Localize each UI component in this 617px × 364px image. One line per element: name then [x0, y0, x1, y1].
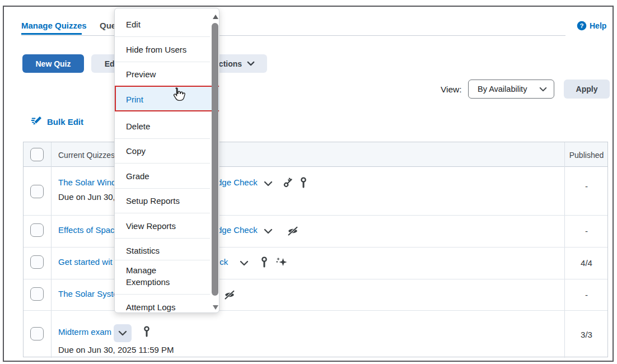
quiz-link-continued[interactable]: dge Check	[217, 178, 258, 187]
key-icon	[282, 176, 295, 189]
bulk-edit-pencil-icon	[31, 116, 43, 127]
menu-item-attempt-logs[interactable]: Attempt Logs	[126, 301, 198, 313]
new-quiz-button[interactable]: New Quiz	[22, 54, 84, 73]
chevron-down-icon[interactable]	[240, 260, 249, 266]
row-divider	[24, 215, 607, 216]
row-checkbox[interactable]	[30, 327, 44, 340]
column-divider	[51, 142, 52, 358]
svg-text:?: ?	[579, 22, 583, 29]
chevron-down-icon	[539, 87, 547, 92]
select-all-checkbox[interactable]	[30, 148, 44, 161]
column-header-published: Published	[564, 151, 609, 160]
bulk-edit-link[interactable]: Bulk Edit	[31, 116, 83, 127]
row-checkbox[interactable]	[30, 287, 44, 301]
chevron-down-icon[interactable]	[264, 228, 273, 234]
chevron-down-icon	[247, 61, 255, 66]
published-value: 3/3	[564, 330, 609, 339]
tab-divider	[21, 35, 565, 36]
password-key-icon	[260, 256, 269, 268]
published-value: 4/4	[564, 258, 609, 268]
quiz-actions-dropdown-open[interactable]	[114, 324, 132, 342]
bulk-edit-label: Bulk Edit	[47, 117, 83, 127]
menu-divider	[115, 163, 210, 164]
scrollbar-up-arrow[interactable]	[213, 15, 218, 19]
due-date: Due on Jun 30,	[58, 192, 115, 202]
row-divider	[24, 310, 607, 311]
row-checkbox[interactable]	[30, 185, 44, 198]
apply-button[interactable]: Apply	[564, 80, 610, 99]
menu-divider	[115, 294, 210, 295]
menu-item-setup-reports[interactable]: Setup Reports	[126, 195, 198, 207]
quiz-link-continued[interactable]: dge Check	[217, 225, 258, 235]
help-label: Help	[590, 21, 606, 30]
column-header-quizzes: Current Quizzes	[58, 151, 115, 160]
scrollbar-thumb[interactable]	[212, 23, 218, 296]
menu-divider	[115, 138, 210, 139]
quiz-link[interactable]: The Solar Syste	[58, 289, 118, 298]
chevron-down-icon[interactable]	[264, 181, 273, 186]
quiz-link[interactable]: Effects of Space	[58, 225, 119, 235]
quiz-link[interactable]: The Solar Wind	[58, 178, 116, 187]
menu-divider	[115, 238, 210, 239]
quiz-context-menu: Edit Hide from Users Preview Print Delet…	[114, 8, 219, 313]
menu-item-print[interactable]: Print	[126, 94, 198, 105]
column-divider	[564, 142, 565, 358]
help-link[interactable]: ? Help	[577, 21, 606, 31]
menu-divider	[115, 188, 210, 189]
chevron-down-icon	[118, 330, 127, 336]
password-key-icon	[142, 325, 151, 338]
menu-item-manage-exemptions[interactable]: Manage Exemptions	[126, 264, 185, 288]
menu-item-view-reports[interactable]: View Reports	[126, 220, 198, 232]
view-select[interactable]: By Availability	[468, 80, 554, 99]
quiz-link[interactable]: Get started wit	[58, 257, 113, 267]
menu-item-grade[interactable]: Grade	[126, 170, 198, 182]
menu-item-statistics[interactable]: Statistics	[126, 245, 198, 256]
sparkle-icon	[275, 256, 288, 268]
published-value: -	[564, 181, 609, 191]
menu-item-preview[interactable]: Preview	[126, 68, 198, 80]
manage-quizzes-page: Manage Quizzes Question Library ? Help N…	[0, 0, 617, 364]
tab-manage-quizzes[interactable]: Manage Quizzes	[21, 21, 87, 30]
view-select-value: By Availability	[478, 85, 539, 94]
menu-divider	[115, 36, 210, 37]
menu-divider	[115, 260, 210, 260]
row-checkbox[interactable]	[30, 255, 44, 269]
question-circle-icon: ?	[577, 21, 587, 31]
row-divider	[24, 279, 607, 279]
menu-item-copy[interactable]: Copy	[126, 145, 198, 157]
published-value: -	[564, 226, 609, 236]
published-value: -	[564, 290, 609, 300]
menu-item-hide-from-users[interactable]: Hide from Users	[126, 44, 198, 55]
menu-divider	[115, 213, 210, 213]
due-date: Due on Jun 30, 2025 11:59 PM	[58, 345, 174, 354]
hidden-eye-icon	[223, 290, 236, 300]
menu-divider	[115, 62, 210, 62]
hidden-eye-icon	[287, 226, 299, 236]
menu-item-delete[interactable]: Delete	[126, 120, 198, 132]
active-tab-underline	[21, 33, 82, 35]
password-key-icon	[299, 176, 308, 189]
view-label: View:	[441, 85, 462, 95]
row-divider	[24, 247, 607, 248]
row-checkbox[interactable]	[30, 223, 44, 237]
quizzes-table: Current Quizzes Published The Solar Wind…	[23, 142, 608, 357]
quiz-link[interactable]: Midterm exam	[58, 327, 111, 337]
scrollbar-down-arrow[interactable]	[213, 305, 218, 310]
menu-item-edit[interactable]: Edit	[126, 18, 198, 30]
